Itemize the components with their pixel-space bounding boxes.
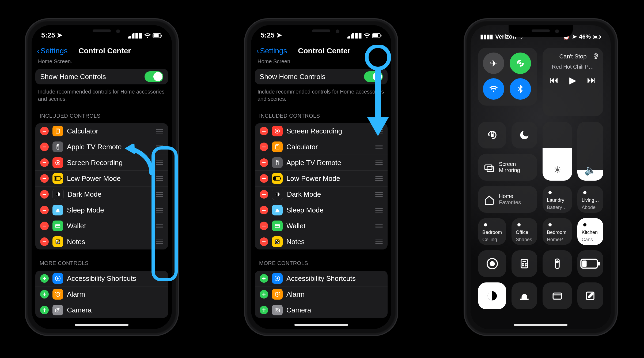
more-control-row[interactable]: Accessibility Shortcuts: [35, 271, 168, 286]
show-home-controls-toggle[interactable]: [145, 71, 163, 82]
drag-handle[interactable]: [375, 160, 383, 165]
drag-handle[interactable]: [156, 176, 163, 181]
remove-control-button[interactable]: [40, 206, 49, 214]
home-accessory-tile[interactable]: OfficeShapes: [512, 218, 537, 245]
calculator-button[interactable]: [512, 250, 537, 277]
included-control-row[interactable]: Apple TV Remote: [35, 139, 168, 155]
add-control-button[interactable]: [260, 274, 268, 283]
wallet-button[interactable]: [543, 282, 572, 309]
included-control-row[interactable]: Sleep Mode: [255, 202, 388, 218]
remove-control-button[interactable]: [260, 127, 268, 135]
drag-handle[interactable]: [156, 239, 163, 244]
screen-recording-button[interactable]: [478, 250, 506, 277]
drag-handle[interactable]: [156, 160, 163, 165]
volume-slider[interactable]: 🔈: [577, 122, 603, 181]
home-accessory-tile[interactable]: BedroomHomeP…: [543, 218, 572, 245]
remove-control-button[interactable]: [40, 143, 49, 151]
add-control-button[interactable]: [40, 290, 49, 299]
more-control-row[interactable]: Accessibility Shortcuts: [255, 271, 388, 286]
included-control-row[interactable]: Screen Recording: [255, 123, 388, 139]
home-favorites-button[interactable]: Home Favorites: [478, 186, 537, 213]
included-control-row[interactable]: Calculator: [255, 139, 388, 155]
remove-control-button[interactable]: [260, 143, 268, 151]
remove-control-button[interactable]: [40, 174, 49, 183]
home-accessory-tile[interactable]: BedroomCeiling…: [478, 218, 506, 245]
drag-handle[interactable]: [156, 192, 163, 197]
connectivity-tile[interactable]: ✈︎: [478, 48, 537, 106]
remove-control-button[interactable]: [40, 158, 49, 167]
remove-control-button[interactable]: [40, 190, 49, 199]
drag-handle[interactable]: [156, 207, 163, 213]
home-accessory-tile[interactable]: LaundryBattery…: [543, 186, 572, 213]
home-accessory-tile[interactable]: KitchenCans: [577, 218, 603, 245]
included-control-row[interactable]: Dark Mode: [255, 187, 388, 202]
remove-control-button[interactable]: [40, 127, 49, 135]
wifi-button[interactable]: [483, 78, 504, 100]
remove-control-button[interactable]: [260, 190, 268, 199]
dark-mode-button[interactable]: [478, 282, 506, 309]
show-home-controls-row[interactable]: Show Home Controls: [35, 69, 168, 84]
more-control-row[interactable]: Alarm: [35, 286, 168, 302]
remove-control-button[interactable]: [40, 237, 49, 246]
now-playing-tile[interactable]: Can't Stop Red Hot Chili P… ⏮ ▶ ⏭: [543, 48, 603, 116]
included-control-row[interactable]: Wallet: [255, 218, 388, 234]
drag-handle[interactable]: [375, 192, 383, 197]
notch: [70, 25, 134, 37]
remove-control-button[interactable]: [260, 237, 268, 246]
low-power-mode-button[interactable]: [577, 250, 603, 277]
back-button[interactable]: ‹ Settings: [37, 47, 68, 55]
included-control-row[interactable]: Dark Mode: [35, 187, 168, 202]
drag-handle[interactable]: [375, 128, 383, 134]
drag-handle[interactable]: [375, 176, 383, 181]
back-button[interactable]: ‹ Settings: [256, 47, 287, 55]
apple-tv-remote-button[interactable]: [543, 250, 572, 277]
previous-track-button[interactable]: ⏮: [550, 75, 559, 85]
next-track-button[interactable]: ⏭: [587, 75, 596, 85]
airplane-mode-button[interactable]: ✈︎: [483, 53, 504, 74]
add-control-button[interactable]: [40, 306, 49, 314]
home-accessory-tile[interactable]: Living…Abode: [577, 186, 603, 213]
remove-control-button[interactable]: [260, 206, 268, 214]
drag-handle[interactable]: [375, 223, 383, 229]
drag-handle[interactable]: [156, 144, 163, 150]
airplay-icon[interactable]: [593, 51, 599, 59]
remove-control-button[interactable]: [260, 174, 268, 183]
home-indicator[interactable]: [75, 324, 128, 326]
screen-mirroring-button[interactable]: Screen Mirroring: [478, 154, 537, 181]
drag-handle[interactable]: [375, 239, 383, 244]
drag-handle[interactable]: [156, 128, 163, 134]
included-control-row[interactable]: Calculator: [35, 123, 168, 139]
remove-control-button[interactable]: [40, 222, 49, 230]
brightness-slider[interactable]: ☀︎: [543, 122, 572, 181]
add-control-button[interactable]: [260, 290, 268, 299]
show-home-controls-row[interactable]: Show Home Controls: [255, 69, 388, 84]
add-control-button[interactable]: [40, 274, 49, 283]
orientation-lock-button[interactable]: [478, 122, 506, 148]
cellular-data-button[interactable]: [510, 53, 531, 74]
included-control-row[interactable]: Sleep Mode: [35, 202, 168, 218]
do-not-disturb-button[interactable]: [512, 122, 537, 148]
drag-handle[interactable]: [375, 207, 383, 213]
included-control-row[interactable]: Notes: [35, 234, 168, 249]
home-indicator[interactable]: [294, 324, 348, 326]
show-home-controls-toggle[interactable]: [364, 71, 383, 82]
included-control-row[interactable]: Notes: [255, 234, 388, 249]
more-control-row[interactable]: Alarm: [255, 286, 388, 302]
bluetooth-button[interactable]: [510, 78, 531, 100]
remove-control-button[interactable]: [260, 222, 268, 230]
play-button[interactable]: ▶: [569, 75, 576, 85]
home-indicator[interactable]: [514, 324, 567, 326]
included-control-row[interactable]: Low Power Mode: [35, 171, 168, 187]
add-control-button[interactable]: [260, 306, 268, 314]
sleep-mode-button[interactable]: [512, 282, 537, 309]
included-control-row[interactable]: Wallet: [35, 218, 168, 234]
included-control-row[interactable]: Low Power Mode: [255, 171, 388, 187]
remove-control-button[interactable]: [260, 158, 268, 167]
more-control-row[interactable]: Camera: [255, 302, 388, 318]
drag-handle[interactable]: [156, 223, 163, 229]
drag-handle[interactable]: [375, 144, 383, 150]
included-control-row[interactable]: Screen Recording: [35, 155, 168, 171]
notes-button[interactable]: [577, 282, 603, 309]
included-control-row[interactable]: Apple TV Remote: [255, 155, 388, 171]
more-control-row[interactable]: Camera: [35, 302, 168, 318]
